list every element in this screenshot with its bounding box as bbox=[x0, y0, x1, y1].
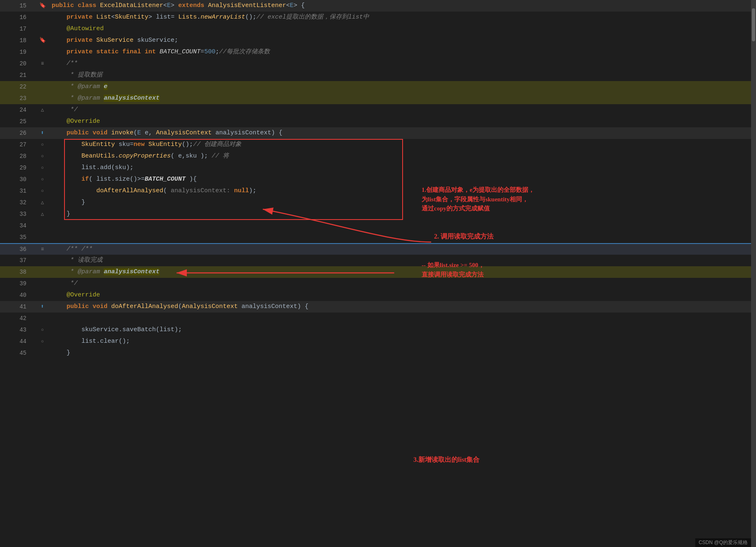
line-number: 26 bbox=[0, 127, 33, 139]
gutter-26: ⬆ bbox=[33, 127, 52, 139]
line-number: 17 bbox=[0, 23, 33, 35]
gutter-36: ≡ bbox=[33, 244, 52, 255]
code-line-41: 41 ⬆ public void doAfterAllAnalysed(Anal… bbox=[0, 301, 751, 313]
code-text-20: /** bbox=[52, 58, 751, 69]
line-number: 43 bbox=[0, 324, 33, 336]
code-line-20: 20 ≡ /** bbox=[0, 58, 751, 69]
code-text-44: list.clear(); bbox=[52, 336, 751, 347]
line-number: 42 bbox=[0, 313, 33, 324]
line-number: 34 bbox=[0, 220, 33, 232]
code-line-24: 24 △ */ bbox=[0, 104, 751, 116]
line-number: 36 bbox=[0, 244, 33, 255]
gutter-28: ○ bbox=[33, 150, 52, 162]
code-line-45: 45 } bbox=[0, 347, 751, 359]
code-line-29: 29 ○ list.add(sku); bbox=[0, 162, 751, 174]
callout-1-line3: 通过copy的方式完成赋值 bbox=[422, 204, 534, 213]
gutter-43: ○ bbox=[33, 324, 52, 336]
line-number: 30 bbox=[0, 174, 33, 185]
code-text-31: doAfterAllAnalysed( analysisContext: nul… bbox=[52, 185, 751, 197]
code-text-17: @Autowired bbox=[52, 23, 751, 35]
line-number: 32 bbox=[0, 197, 33, 208]
gutter-30: ○ bbox=[33, 174, 52, 185]
line-number: 19 bbox=[0, 46, 33, 58]
line-number: 45 bbox=[0, 347, 33, 359]
line-number: 33 bbox=[0, 208, 33, 220]
code-text-29: list.add(sku); bbox=[52, 162, 751, 174]
editor-container: 15 🔖 public class ExcelDataListener<E> e… bbox=[0, 0, 756, 547]
code-text-28: BeanUtils.copyProperties( e,sku ); // 将 bbox=[52, 150, 751, 162]
line-number: 23 bbox=[0, 93, 33, 104]
gutter-29: ○ bbox=[33, 162, 52, 174]
line-number: 31 bbox=[0, 185, 33, 197]
callout-2: 2. 调用读取完成方法 bbox=[434, 232, 494, 241]
line-number: 44 bbox=[0, 336, 33, 347]
code-text-38: * @param analysisContext bbox=[52, 266, 751, 278]
callout-1: 1.创建商品对象，e为提取出的全部数据， 为list集合，字段属性与skuent… bbox=[422, 185, 534, 213]
code-line-30: 30 ○ if( list.size()>=BATCH_COUNT ){ bbox=[0, 174, 751, 185]
gutter-44: ○ bbox=[33, 336, 52, 347]
line-number: 16 bbox=[0, 12, 33, 23]
code-line-31: 31 ○ doAfterAllAnalysed( analysisContext… bbox=[0, 185, 751, 197]
code-text-24: */ bbox=[52, 104, 751, 116]
line-number: 28 bbox=[0, 150, 33, 162]
gutter-31: ○ bbox=[33, 185, 52, 197]
scrollbar-thumb[interactable] bbox=[752, 8, 755, 41]
code-line-43: 43 ○ skuService.saveBatch(list); bbox=[0, 324, 751, 336]
code-line-32: 32 △ } bbox=[0, 197, 751, 208]
bottom-bar-text: CSDN @Q的爱乐规格 bbox=[699, 540, 748, 545]
line-number: 21 bbox=[0, 69, 33, 81]
code-line-33: 33 △ } bbox=[0, 208, 751, 220]
line-number: 37 bbox=[0, 255, 33, 266]
gutter-15: 🔖 bbox=[33, 0, 52, 12]
code-line-25: 25 @Override bbox=[0, 116, 751, 127]
gutter-20: ≡ bbox=[33, 58, 52, 69]
line-number: 29 bbox=[0, 162, 33, 174]
code-line-16: 16 private List<SkuEntity> list= Lists.n… bbox=[0, 12, 751, 23]
line-number: 40 bbox=[0, 289, 33, 301]
vertical-scrollbar[interactable] bbox=[751, 0, 756, 547]
code-text-26: public void invoke(E e, AnalysisContext … bbox=[52, 127, 751, 139]
code-line-23: 23 * @param analysisContext bbox=[0, 93, 751, 104]
code-text-43: skuService.saveBatch(list); bbox=[52, 324, 751, 336]
code-text-33: } bbox=[52, 208, 751, 220]
callout-4: 3.新增读取出的list集合 bbox=[413, 455, 479, 465]
callout-1-line2: 为list集合，字段属性与skuentity相同， bbox=[422, 195, 534, 204]
code-text-22: * @param e bbox=[52, 81, 751, 93]
line-number: 15 bbox=[0, 0, 33, 12]
code-text-15: public class ExcelDataListener<E> extend… bbox=[52, 0, 751, 12]
code-line-36: 36 ≡ /** /** bbox=[0, 243, 751, 255]
code-line-40: 40 @Override bbox=[0, 289, 751, 301]
code-text-32: } bbox=[52, 197, 751, 208]
code-line-44: 44 ○ list.clear(); bbox=[0, 336, 751, 347]
line-number: 38 bbox=[0, 266, 33, 278]
code-line-38: 38 * @param analysisContext bbox=[0, 266, 751, 278]
callout-3-line1: -- 如果list.size >= 500， bbox=[422, 260, 484, 270]
code-text-23: * @param analysisContext bbox=[52, 93, 751, 104]
code-text-16: private List<SkuEntity> list= Lists.newA… bbox=[52, 12, 751, 23]
callout-3-line2: 直接调用读取完成方法 bbox=[422, 270, 484, 279]
code-text-37: * 读取完成 bbox=[52, 255, 751, 266]
code-text-39: */ bbox=[52, 278, 751, 289]
gutter-27: ○ bbox=[33, 139, 52, 150]
code-line-34: 34 bbox=[0, 220, 751, 232]
code-line-15: 15 🔖 public class ExcelDataListener<E> e… bbox=[0, 0, 751, 12]
code-text-25: @Override bbox=[52, 116, 751, 127]
line-number: 24 bbox=[0, 104, 33, 116]
line-number: 27 bbox=[0, 139, 33, 150]
code-text-19: private static final int BATCH_COUNT=500… bbox=[52, 46, 751, 58]
code-line-28: 28 ○ BeanUtils.copyProperties( e,sku ); … bbox=[0, 150, 751, 162]
gutter-24: △ bbox=[33, 104, 52, 116]
code-line-22: 22 * @param e bbox=[0, 81, 751, 93]
line-number: 18 bbox=[0, 35, 33, 46]
code-line-17: 17 @Autowired bbox=[0, 23, 751, 35]
line-number: 41 bbox=[0, 301, 33, 313]
code-text-41: public void doAfterAllAnalysed(AnalysisC… bbox=[52, 301, 751, 313]
gutter-33: △ bbox=[33, 208, 52, 220]
bottom-bar: CSDN @Q的爱乐规格 bbox=[695, 538, 751, 547]
code-text-18: private SkuService skuService; bbox=[52, 35, 751, 46]
line-number: 20 bbox=[0, 58, 33, 69]
code-line-21: 21 * 提取数据 bbox=[0, 69, 751, 81]
line-number: 25 bbox=[0, 116, 33, 127]
code-text-21: * 提取数据 bbox=[52, 69, 751, 81]
code-text-36: /** /** bbox=[52, 244, 751, 255]
